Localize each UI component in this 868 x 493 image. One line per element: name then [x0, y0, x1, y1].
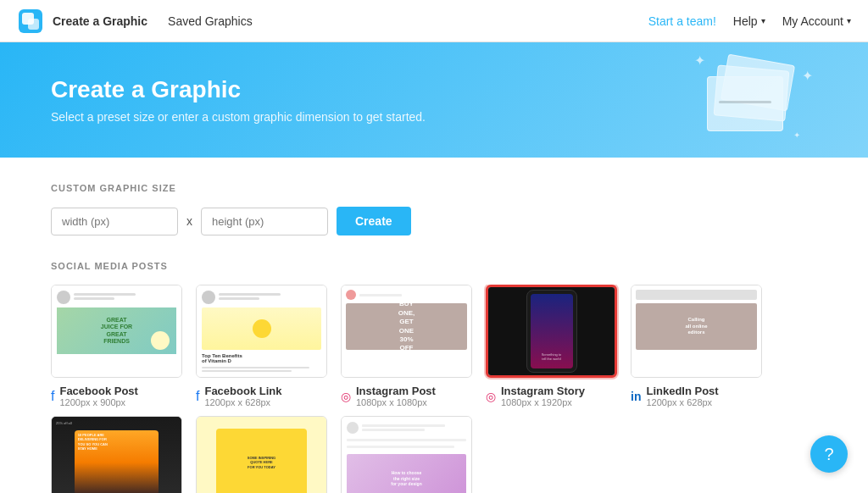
account-menu[interactable]: My Account ▾: [782, 14, 851, 28]
card-linkedin-post[interactable]: Callingall onlineeditors in LinkedIn Pos…: [631, 285, 762, 407]
social-section-label: SOCIAL MEDIA POSTS: [51, 261, 817, 271]
card-info-4: Instagram Story 1080px x 1920px: [501, 385, 585, 407]
li-image-area: Callingall onlineeditors: [636, 303, 757, 350]
vitamin-lines: [202, 367, 321, 372]
story-preview-bg: Something totell the world: [488, 287, 615, 375]
fb-food-circle: [151, 331, 170, 350]
instagram-post-icon: ◎: [341, 390, 351, 403]
sparkle-icon-2: ✦: [802, 68, 813, 84]
card-title-4: Instagram Story: [501, 385, 585, 397]
how-preview: How to choosethe right sizefor your desi…: [342, 417, 471, 493]
fb-link-avatar: [202, 291, 215, 304]
custom-size-section: CUSTOM GRAPHIC SIZE x Create: [51, 183, 817, 235]
second-card-2[interactable]: SOME INSPIRINGQUOTE HEREFOR YOU TODAY: [196, 416, 327, 493]
hero-card-1: [707, 76, 783, 131]
card-info-5: LinkedIn Post 1200px x 628px: [646, 385, 718, 407]
card-size-4: 1080px x 1920px: [501, 397, 585, 407]
second-card-1[interactable]: 10 PEOPLE AREDELIVERING FORYOU SO YOU CA…: [51, 416, 182, 493]
card-label-row-4: ◎ Instagram Story 1080px x 1920px: [486, 385, 585, 407]
story-phone: Something totell the world: [526, 290, 577, 373]
account-caret-icon: ▾: [847, 16, 851, 25]
card-facebook-link[interactable]: Top Ten Benefitsof Vitamin D f Facebook …: [196, 285, 327, 407]
ig-avatar: [346, 290, 356, 300]
linkedin-icon: in: [631, 390, 641, 403]
fb-image-area: GREATJUICE FORGREATFRIENDS: [57, 307, 176, 354]
hero-text-block: Create a Graphic Select a preset size or…: [51, 76, 426, 124]
card-title: Facebook Post: [59, 385, 137, 397]
vitamin-image-area: [202, 307, 321, 350]
fb-food-text: GREATJUICE FORGREATFRIENDS: [101, 317, 132, 346]
card-facebook-post[interactable]: GREATJUICE FORGREATFRIENDS f Facebook Po…: [51, 285, 182, 407]
create-custom-button[interactable]: Create: [337, 207, 411, 235]
facebook-link-icon: f: [196, 389, 199, 404]
card-size-5: 1200px x 628px: [646, 397, 718, 407]
card-title-2: Facebook Link: [204, 385, 281, 397]
card-info-3: Instagram Post 1080px x 1080px: [356, 385, 436, 407]
fb-link-name-1: [219, 293, 281, 296]
yellow-inner: SOME INSPIRINGQUOTE HEREFOR YOU TODAY: [216, 429, 307, 494]
vitamin-title: Top Ten Benefitsof Vitamin D: [202, 353, 321, 363]
card-label-row-2: f Facebook Link 1200px x 628px: [196, 385, 281, 407]
card-info-2: Facebook Link 1200px x 628px: [204, 385, 281, 407]
hero-illustration: ✦ ✦ ✦: [690, 59, 800, 136]
fb-name-line-1: [74, 293, 136, 296]
width-input[interactable]: [51, 208, 178, 235]
nav-left: Create a Graphic Saved Graphics: [17, 8, 648, 35]
sparkle-icon-3: ✦: [793, 130, 800, 140]
ig-header: [346, 290, 467, 300]
li-calling-text: Callingall onlineeditors: [685, 317, 707, 336]
facebook-icon: f: [51, 389, 54, 404]
svg-rect-2: [28, 19, 39, 30]
second-card-3[interactable]: How to choosethe right sizefor your desi…: [341, 416, 472, 493]
fb-avatar: [57, 291, 70, 304]
instagram-story-preview: Something totell the world: [486, 285, 617, 378]
linkedin-post-preview: Callingall onlineeditors: [631, 285, 762, 378]
vitamin-sun: [253, 319, 271, 338]
second-row-cards: 10 PEOPLE AREDELIVERING FORYOU SO YOU CA…: [51, 416, 817, 493]
card-size: 1200px x 900px: [59, 397, 137, 407]
social-cards-grid: GREATJUICE FORGREATFRIENDS f Facebook Po…: [51, 285, 817, 407]
navigation: Create a Graphic Saved Graphics Start a …: [0, 0, 868, 42]
fb-link-name-2: [219, 297, 259, 300]
hero-title: Create a Graphic: [51, 76, 426, 103]
ig-buy-text: BUYONE,GETONE30%OFF: [398, 300, 415, 352]
card-instagram-story[interactable]: Something totell the world ◎ Instagram S…: [486, 285, 617, 407]
fb-food-graphic: GREATJUICE FORGREATFRIENDS: [57, 307, 176, 354]
sparkle-icon-1: ✦: [694, 53, 705, 69]
card-label-row-5: in LinkedIn Post 1200px x 628px: [631, 385, 719, 407]
card-size-2: 1200px x 628px: [204, 397, 281, 407]
card-size-3: 1080px x 1080px: [356, 397, 436, 407]
facebook-post-preview: GREATJUICE FORGREATFRIENDS: [51, 285, 182, 378]
card-title-5: LinkedIn Post: [646, 385, 718, 397]
social-media-section: SOCIAL MEDIA POSTS: [51, 261, 817, 493]
facebook-link-preview: Top Ten Benefitsof Vitamin D: [196, 285, 327, 378]
chat-button[interactable]: ?: [810, 435, 848, 473]
fb-name-line-2: [74, 297, 114, 300]
nav-saved-graphics[interactable]: Saved Graphics: [168, 14, 253, 28]
instagram-post-preview: BUYONE,GETONE30%OFF: [341, 285, 472, 378]
li-header: [636, 290, 757, 300]
start-team-link[interactable]: Start a team!: [648, 14, 716, 28]
burger-preview: 10 PEOPLE AREDELIVERING FORYOU SO YOU CA…: [52, 417, 181, 493]
ig-content-area: BUYONE,GETONE30%OFF: [346, 303, 467, 350]
story-text: Something totell the world: [533, 352, 570, 362]
help-caret-icon: ▾: [761, 16, 765, 25]
yellow-card: SOME INSPIRINGQUOTE HEREFOR YOU TODAY: [197, 417, 326, 493]
app-logo[interactable]: [17, 8, 44, 35]
card-label-row-3: ◎ Instagram Post 1080px x 1080px: [341, 385, 436, 407]
custom-size-row: x Create: [51, 207, 817, 235]
nav-create-graphic[interactable]: Create a Graphic: [53, 14, 147, 28]
main-content: CUSTOM GRAPHIC SIZE x Create SOCIAL MEDI…: [0, 158, 868, 493]
card-instagram-post[interactable]: BUYONE,GETONE30%OFF ◎ Instagram Post 108…: [341, 285, 472, 407]
story-content: Something totell the world: [531, 294, 573, 368]
hero-subtitle: Select a preset size or enter a custom g…: [51, 110, 426, 124]
nav-right: Start a team! Help ▾ My Account ▾: [648, 14, 851, 28]
help-menu[interactable]: Help ▾: [733, 14, 765, 28]
size-separator: x: [186, 214, 192, 228]
custom-size-label: CUSTOM GRAPHIC SIZE: [51, 183, 817, 193]
card-label-row: f Facebook Post 1200px x 900px: [51, 385, 138, 407]
height-input[interactable]: [201, 208, 328, 235]
card-info: Facebook Post 1200px x 900px: [59, 385, 137, 407]
card-title-3: Instagram Post: [356, 385, 436, 397]
instagram-story-icon: ◎: [486, 390, 496, 403]
